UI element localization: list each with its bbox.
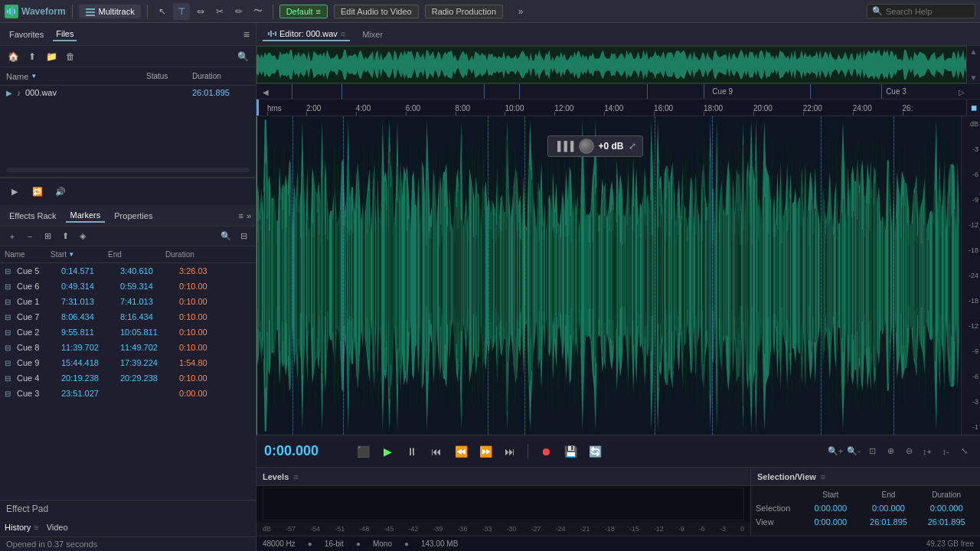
- files-menu-icon[interactable]: ≡: [243, 28, 250, 41]
- zoom-out-h-btn[interactable]: ⊖: [900, 443, 917, 460]
- tab-mixer[interactable]: Mixer: [356, 28, 389, 41]
- selview-sel-end[interactable]: 0:00.000: [860, 502, 918, 514]
- tab-markers[interactable]: Markers: [66, 209, 106, 223]
- selview-header: Selection/View ≡: [751, 468, 980, 486]
- tab-video[interactable]: Video: [47, 523, 68, 532]
- workflow-edit-audio-btn[interactable]: Edit Audio to Video: [334, 5, 419, 18]
- fast-forward-btn[interactable]: ⏩: [475, 442, 495, 461]
- export-btn[interactable]: 💾: [560, 442, 580, 461]
- preview-loop-btn[interactable]: 🔁: [29, 184, 46, 201]
- selview-view-start[interactable]: 0:00.000: [802, 516, 860, 528]
- marker-item-cue6[interactable]: ⊟ Cue 6 0:49.314 0:59.314 0:10.00: [0, 279, 256, 294]
- marker-item-cue4[interactable]: ⊟ Cue 4 20:19.238 20:29.238 0:10.00: [0, 370, 256, 386]
- mcol-start[interactable]: Start ▼: [51, 250, 108, 259]
- app-title: Waveform: [21, 6, 66, 17]
- pencil-tool-btn[interactable]: ✏: [230, 3, 247, 20]
- marker-filter-btn[interactable]: ⊟: [236, 230, 251, 243]
- marker-item-cue8[interactable]: ⊟ Cue 8 11:39.702 11:49.702 0:10.00: [0, 340, 256, 355]
- zoom-in-time-btn[interactable]: 🔍+: [827, 443, 844, 460]
- files-home-btn[interactable]: 🏠: [5, 49, 21, 64]
- zoom-in-v-btn[interactable]: ↕+: [919, 443, 936, 460]
- next-btn[interactable]: ⏭: [500, 442, 520, 461]
- search-input[interactable]: [886, 7, 970, 16]
- multitrack-tab[interactable]: Multitrack: [79, 5, 141, 18]
- marker-item-cue9[interactable]: ⊟ Cue 9 15:44.418 17:39.224 1:54.80: [0, 355, 256, 370]
- effects-header: Effects Rack Markers Properties ≡ »: [0, 205, 256, 227]
- rewind-btn[interactable]: ⏪: [451, 442, 471, 461]
- waveform-container[interactable]: ▐▐▐ +0 dB ⤢ dB-3-6-9-12-18-2: [256, 116, 980, 435]
- files-delete-btn[interactable]: 🗑: [62, 49, 79, 64]
- tab-effects-rack[interactable]: Effects Rack: [5, 210, 61, 222]
- ruler-btn-1[interactable]: ◼: [971, 103, 977, 112]
- pause-btn[interactable]: ⏸: [402, 442, 422, 461]
- play-btn[interactable]: ▶: [377, 442, 397, 461]
- waveform-overview[interactable]: placeholder ▲ ▼: [256, 46, 980, 84]
- vline-3: [488, 116, 488, 435]
- marker-item-cue1[interactable]: ⊟ Cue 1 7:31.013 7:41.013 0:10.00: [0, 294, 256, 309]
- slice-tool-btn[interactable]: ✂: [211, 3, 228, 20]
- zoom-fit-btn[interactable]: ⊡: [864, 443, 880, 460]
- marker-icons-btn[interactable]: ⊞: [40, 230, 55, 243]
- move-tool-btn[interactable]: ⇔: [192, 3, 209, 20]
- editor-tab-menu-icon[interactable]: ≡: [341, 29, 345, 38]
- marker-item-cue7[interactable]: ⊟ Cue 7 8:06.434 8:16.434 0:10.00: [0, 309, 256, 324]
- col-name-header[interactable]: Name ▼: [6, 72, 146, 81]
- history-menu-icon[interactable]: ≡: [34, 523, 38, 532]
- zoom-out-v-btn[interactable]: ↕-: [937, 443, 954, 460]
- record-btn[interactable]: ⏺: [536, 442, 556, 461]
- marker-item-cue5[interactable]: ⊟ Cue 5 0:14.571 3:40.610 3:26.03: [0, 263, 256, 279]
- marker-search-btn[interactable]: 🔍: [218, 230, 234, 243]
- selview-sel-start[interactable]: 0:00.000: [802, 502, 860, 514]
- overview-view-box[interactable]: [256, 46, 980, 83]
- time-select-tool-btn[interactable]: ⊤: [173, 3, 190, 20]
- marker-icon-2: ⊟: [5, 298, 15, 306]
- markers-expand-icon[interactable]: »: [247, 211, 251, 220]
- cursor-tool-btn[interactable]: ↖: [154, 3, 171, 20]
- tab-favorites[interactable]: Favorites: [6, 28, 47, 41]
- marker-add-btn[interactable]: +: [5, 230, 20, 243]
- db-scale-label-10: -6: [963, 373, 978, 380]
- more-workflows-btn[interactable]: »: [512, 3, 529, 20]
- loop-btn[interactable]: 🔄: [585, 442, 605, 461]
- preview-volume-btn[interactable]: 🔊: [52, 184, 69, 201]
- files-up-btn[interactable]: ⬆: [24, 49, 41, 64]
- zoom-full-btn[interactable]: ⤡: [956, 443, 972, 460]
- selview-view-end[interactable]: 26:01.895: [860, 516, 918, 528]
- mcol-name[interactable]: Name: [5, 250, 51, 259]
- db-scale-label-1: -3: [963, 145, 978, 153]
- selview-menu-icon[interactable]: ≡: [821, 472, 825, 481]
- workflow-radio-btn[interactable]: Radio Production: [425, 5, 503, 18]
- volume-expand-icon[interactable]: ⤢: [629, 141, 636, 152]
- tab-files[interactable]: Files: [53, 28, 77, 41]
- zoom-in-h-btn[interactable]: ⊕: [882, 443, 899, 460]
- files-new-folder-btn[interactable]: 📁: [43, 49, 60, 64]
- zoom-out-time-btn[interactable]: 🔍-: [845, 443, 862, 460]
- tab-editor-wav[interactable]: Editor: 000.wav ≡: [263, 28, 350, 41]
- tab-history[interactable]: History ≡: [5, 523, 39, 532]
- file-wave-icon: ♪: [17, 89, 21, 97]
- db-ruler-labels: dB-57-54-51-48-45-42-39-36-33-30-27-24-2…: [263, 525, 744, 533]
- files-search-btn[interactable]: 🔍: [234, 49, 251, 64]
- markers-menu-icon[interactable]: ≡: [238, 211, 243, 220]
- db-label--27: -27: [531, 525, 541, 533]
- tab-properties[interactable]: Properties: [109, 210, 157, 222]
- marker-item-cue2[interactable]: ⊟ Cue 2 9:55.811 10:05.811 0:10.00: [0, 324, 256, 340]
- prev-btn[interactable]: ⏮: [426, 442, 446, 461]
- volume-knob[interactable]: [579, 139, 594, 154]
- marker-add2-btn[interactable]: ◈: [75, 230, 90, 243]
- overview-scroll-down[interactable]: ▼: [970, 73, 978, 82]
- overview-scroll-up[interactable]: ▲: [970, 47, 978, 56]
- playhead-line: [256, 116, 257, 435]
- cue-tick-5: [647, 84, 648, 99]
- marker-item-cue3[interactable]: ⊟ Cue 3 23:51.027 0:00.00: [0, 386, 256, 401]
- marker-move-up-btn[interactable]: ⬆: [57, 230, 73, 243]
- selview-col-duration: Duration: [917, 489, 975, 500]
- marker-delete-btn[interactable]: −: [22, 230, 38, 243]
- files-scrollbar[interactable]: [6, 168, 250, 172]
- workflow-default-btn[interactable]: Default ≡: [279, 5, 328, 18]
- file-item-000wav[interactable]: ▶ ♪ 000.wav 26:01.895: [0, 86, 256, 99]
- stop-btn[interactable]: ⬛: [353, 442, 373, 461]
- levels-menu-icon[interactable]: ≡: [293, 472, 298, 481]
- wave-tool-btn[interactable]: 〜: [250, 3, 266, 20]
- preview-play-btn[interactable]: ▶: [6, 184, 23, 201]
